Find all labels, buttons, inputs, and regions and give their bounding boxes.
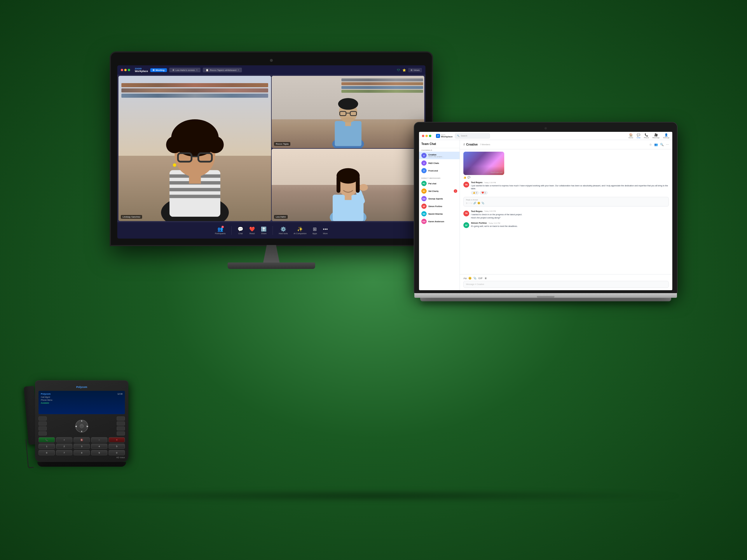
phone-right-btn-4[interactable]	[117, 431, 125, 435]
star-channel-icon[interactable]: ☆	[649, 143, 652, 146]
toolbar-more[interactable]: ••• More	[323, 226, 328, 235]
phone-call-btn[interactable]: 📞	[38, 437, 55, 443]
phone-right-btn-2[interactable]	[117, 422, 125, 426]
nav-home[interactable]: 🏠 Home	[628, 133, 633, 138]
simon-msg-name: Simon Fortino	[471, 222, 487, 224]
link-btn[interactable]: 🔗	[473, 202, 476, 205]
sidebar-item-pat[interactable]: PC Pat chat	[419, 180, 460, 187]
sidebar-item-sid[interactable]: SC Sid Cherty 1	[419, 187, 460, 195]
toolbar-participants[interactable]: 👥 3 Participants	[215, 226, 226, 235]
close-btn[interactable]	[121, 69, 123, 71]
phone-left-btn-4[interactable]	[38, 431, 47, 435]
laptop-minimize-btn[interactable]	[426, 135, 428, 137]
screen-share-tab[interactable]: 🖥 Lea Hahn's screen ×	[169, 68, 201, 72]
ted-text-1: I just wanted to take a moment to expres…	[471, 184, 669, 190]
italic-btn[interactable]: I	[469, 202, 469, 205]
phone-end-btn[interactable]: ✕	[108, 437, 125, 443]
key-4[interactable]: 4	[91, 444, 107, 449]
reaction-thumbs[interactable]: 👍 2	[471, 191, 479, 194]
more-options-icon[interactable]: ⋯	[666, 143, 669, 146]
toolbar-ai-companion[interactable]: ✨ AI Companion	[293, 226, 306, 235]
key-2[interactable]: 2	[56, 444, 72, 449]
sidebar-item-naomi[interactable]: NS Naomi Sharma	[419, 210, 460, 218]
sidebar-item-creative[interactable]: # Creative Here's the project...	[419, 152, 460, 159]
dpad-down[interactable]: ▼	[80, 430, 83, 433]
whiteboard-tab[interactable]: 📋 Rocco Tapia's whiteboard ×	[203, 68, 242, 72]
sidebar-item-karen[interactable]: KA Karen Anderson	[419, 218, 460, 225]
phone-mute[interactable]: 🔇	[74, 437, 90, 443]
underline-btn[interactable]: U	[471, 202, 472, 205]
search-bar[interactable]: 🔍 Search	[455, 133, 490, 138]
svg-rect-5	[169, 195, 220, 198]
dpad-up[interactable]: ▲	[80, 420, 83, 422]
views-button[interactable]: ⊞ Views	[408, 68, 422, 72]
tab1-close[interactable]: ×	[196, 69, 198, 72]
laptop-close-btn[interactable]	[422, 135, 424, 137]
nav-meetings[interactable]: 🎥 Meetings	[652, 133, 660, 138]
phone-nav-label: Phone	[644, 137, 649, 138]
toolbar-react[interactable]: ❤️ React	[249, 226, 255, 235]
screen-share-input-icon[interactable]: 🖥	[484, 277, 487, 280]
gif-icon[interactable]: GIF	[478, 277, 483, 280]
bold-btn[interactable]: B	[466, 202, 467, 205]
sidebar-item-george[interactable]: GA George Agents	[419, 195, 460, 203]
key-3[interactable]: 3	[74, 444, 90, 449]
meeting-badge[interactable]: Meeting	[150, 68, 166, 72]
svg-rect-32	[336, 176, 340, 193]
phone-left-btn-1[interactable]	[38, 417, 47, 421]
comment-btn[interactable]: 💬	[467, 176, 470, 179]
reaction-heart[interactable]: ❤️ 1	[480, 191, 488, 194]
format-icon[interactable]: Aa	[463, 277, 467, 280]
nav-chat[interactable]: 💬 Chat	[637, 133, 641, 138]
key-0[interactable]: 0	[108, 450, 125, 455]
emoji-input-icon[interactable]: 😊	[468, 277, 471, 280]
nav-phone[interactable]: 📞 Phone	[644, 133, 649, 138]
toolbar-host-tools[interactable]: ⚙️ Host tools	[279, 226, 288, 235]
search-messages-icon[interactable]: 🔍	[660, 143, 664, 146]
key-1[interactable]: 1	[38, 444, 55, 449]
sidebar-item-rd[interactable]: # R&D Chats	[419, 159, 460, 167]
toolbar-apps[interactable]: ⊞ Apps	[312, 226, 317, 235]
sidebar-item-simon[interactable]: SF Simon Fortino	[419, 203, 460, 210]
meeting-toolbar: 👥 3 Participants 💬 Chat ❤️ React	[117, 222, 426, 239]
maximize-btn[interactable]	[128, 69, 130, 71]
phone-vol-up[interactable]: +	[56, 437, 72, 443]
simon-message-content: Simon Fortino Today 3:12 PM It's going w…	[471, 222, 669, 228]
thumbs-up-btn[interactable]: 👍	[463, 176, 466, 179]
svg-point-29	[359, 184, 368, 191]
phone-vol-down[interactable]: −	[91, 437, 107, 443]
tab2-close[interactable]: ×	[237, 69, 239, 72]
emoji-btn[interactable]: 😊	[478, 202, 480, 205]
reply-compose-area[interactable]: Reply to thread B I U 🔗 😊 📎	[463, 197, 669, 207]
minimize-btn[interactable]	[124, 69, 127, 71]
member-count: 7 Members	[480, 143, 490, 145]
dpad-left[interactable]: ◀	[75, 425, 77, 427]
nav-settings[interactable]: 👤 Settings	[663, 133, 669, 138]
toolbar-chat[interactable]: 💬 Chat	[237, 226, 243, 235]
phone-left-btn-2[interactable]	[38, 422, 47, 426]
ted-text-2b: How's the project coming along?	[471, 216, 669, 219]
members-icon[interactable]: 👥	[654, 143, 658, 146]
key-6[interactable]: 6	[38, 450, 55, 455]
desk-phone: Polycom Polycom 12:34 Call Mgmt Phone Me…	[35, 380, 128, 466]
sidebar-item-frontend[interactable]: # Front-end	[419, 167, 460, 175]
key-7[interactable]: 7	[56, 450, 72, 455]
laptop-maximize-btn[interactable]	[429, 135, 431, 137]
chat-label: Chat	[238, 233, 243, 235]
participants-icon: 👥 3	[217, 226, 223, 232]
key-5[interactable]: 5	[108, 444, 125, 449]
dpad-right[interactable]: ▶	[87, 425, 88, 427]
dpad-center[interactable]	[80, 424, 84, 428]
toolbar-share[interactable]: ⬆️ Share	[261, 226, 267, 235]
phone-base	[37, 462, 126, 466]
simon-time: Today 3:12 PM	[488, 222, 500, 224]
message-input[interactable]: Message # Creative	[463, 281, 669, 288]
phone-left-btn-3[interactable]	[38, 426, 47, 430]
karen-avatar: KA	[421, 219, 427, 224]
phone-right-btn-3[interactable]	[117, 426, 125, 430]
attach-input-icon[interactable]: 📎	[473, 277, 476, 280]
attach-btn[interactable]: 📎	[482, 202, 484, 205]
key-8[interactable]: 8	[74, 450, 90, 455]
phone-right-btn-1[interactable]	[117, 417, 125, 421]
key-9[interactable]: 9	[91, 450, 107, 455]
